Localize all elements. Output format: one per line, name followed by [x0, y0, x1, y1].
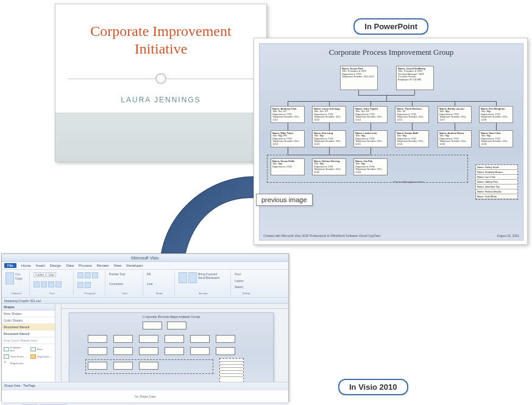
- connector: [496, 123, 497, 130]
- employee-box-icon: [4, 347, 9, 351]
- mini-org-box[interactable]: [88, 335, 107, 343]
- mini-org-box[interactable]: [216, 347, 235, 355]
- fill-button[interactable]: Fill: [147, 272, 151, 276]
- org-field: Telephone Number: 555-1216: [314, 168, 344, 174]
- team-member: Name: Dorley Smith: [476, 165, 517, 170]
- stencil-item-registration[interactable]: +Registration: [4, 361, 26, 365]
- connector: [329, 101, 330, 106]
- align-right-icon[interactable]: [92, 272, 98, 278]
- ribbon-tab-file[interactable]: File: [4, 263, 16, 268]
- more-shapes-link[interactable]: More Shapes: [2, 311, 55, 317]
- send-backward-button[interactable]: Send Backward: [198, 276, 219, 280]
- connector: [329, 123, 330, 130]
- copy-button[interactable]: Copy: [15, 276, 23, 280]
- org-box-exec: Name: Susan Fine Title: President & CEO …: [340, 66, 378, 90]
- connector: [329, 147, 330, 155]
- slide-author: LAURA JENNINGS: [55, 96, 266, 104]
- ruler-horizontal: [62, 304, 288, 309]
- layers-button[interactable]: Layers: [235, 279, 244, 283]
- mini-org-box[interactable]: [143, 322, 162, 329]
- ribbon-tab-developer[interactable]: Developer: [126, 264, 143, 267]
- connector: [414, 90, 415, 95]
- slide-bottom-bar: [55, 113, 266, 161]
- indent-icon[interactable]: [85, 282, 91, 288]
- connector-tool-button[interactable]: Connector: [109, 282, 123, 286]
- align-left-icon[interactable]: [77, 272, 83, 278]
- mini-org-box[interactable]: [139, 362, 158, 370]
- document-title: Marketing Graphic 001.vsd: [4, 299, 41, 303]
- connector: [288, 123, 288, 130]
- org-field: Telephone Number: 555-1212: [342, 76, 376, 78]
- org-field: Telephone Number: 555-1218: [481, 140, 511, 146]
- mini-org-box[interactable]: [88, 362, 107, 370]
- find-button[interactable]: Find: [235, 272, 241, 276]
- underline-icon[interactable]: [48, 281, 54, 287]
- ribbon-tab-data[interactable]: Data: [66, 264, 74, 267]
- position-icon[interactable]: [188, 272, 197, 283]
- slide-title-line2: Initiative: [135, 41, 188, 57]
- mini-org-box[interactable]: [88, 347, 107, 355]
- org-box: Name: Ashley Larson Title: Mgr. Departme…: [438, 106, 472, 123]
- mini-org-box[interactable]: [190, 347, 210, 355]
- org-field: Telephone Number: 555-1218: [481, 116, 511, 121]
- shapes-pane-header: Shapes: [2, 304, 55, 311]
- mini-org-box[interactable]: [113, 335, 133, 343]
- mini-org-box[interactable]: [165, 335, 184, 343]
- bold-icon[interactable]: [34, 281, 40, 287]
- org-field: Telephone Number: 555-1216: [355, 168, 386, 174]
- ribbon-tab-review[interactable]: Review: [97, 264, 109, 267]
- font-select[interactable]: Calibri: [34, 272, 46, 277]
- mini-org-box[interactable]: [216, 335, 235, 343]
- line-button[interactable]: Line: [147, 282, 152, 286]
- visio-titlebar: Microsoft Visio: [2, 254, 288, 262]
- slide-title-line1: Corporate Improvement: [90, 23, 231, 39]
- shape-data-header[interactable]: Shape Data - ThePage: [2, 382, 288, 390]
- stencil-item-flow[interactable]: Flow: [30, 346, 52, 352]
- bullets-icon[interactable]: [77, 282, 83, 288]
- pointer-tool-button[interactable]: Pointer Tool: [109, 272, 125, 276]
- align-center-icon[interactable]: [85, 272, 91, 278]
- stencil-item-orgconnect[interactable]: OrgConnec…: [30, 354, 52, 359]
- select-button[interactable]: Select: [235, 285, 243, 289]
- italic-icon[interactable]: [41, 281, 47, 287]
- mini-org-box[interactable]: [139, 347, 158, 355]
- font-size-select[interactable]: 12pt: [46, 272, 56, 277]
- org-field: Telephone Number: 555-1215: [397, 116, 427, 121]
- quick-shapes-link[interactable]: Quick Shapes: [2, 317, 55, 324]
- org-box: Name: Eva Lang Title: Mgr. Department: 2…: [312, 130, 346, 147]
- paste-icon[interactable]: [5, 272, 14, 284]
- canvas-area[interactable]: Corporate Process Improvement Group: [55, 304, 288, 382]
- org-box: Name: Suzan Erdle Title: Mgr. Department…: [271, 158, 305, 175]
- mini-org-box[interactable]: [139, 335, 158, 343]
- mini-org-box[interactable]: [165, 347, 184, 355]
- mini-team-list[interactable]: [219, 358, 244, 382]
- document-stencil-link[interactable]: Document Stencil: [2, 324, 55, 331]
- drawing-page[interactable]: Corporate Process Improvement Group: [69, 312, 274, 382]
- ribbon-tab-insert[interactable]: Insert: [36, 264, 45, 267]
- ribbon-group-arrange: Bring Forward Send Backward Arrange: [176, 271, 231, 296]
- mini-org-box[interactable]: [167, 322, 186, 329]
- flow-icon: [30, 347, 36, 351]
- previous-image-tooltip: previous image: [256, 194, 313, 206]
- mini-org-box[interactable]: [113, 347, 133, 355]
- ribbon-tab-process[interactable]: Process: [79, 264, 92, 267]
- font-color-icon[interactable]: [55, 281, 62, 287]
- org-field: Telephone Number: 555-1213: [397, 140, 427, 146]
- org-field: Telephone Number: 555-1212: [272, 116, 303, 121]
- auto-align-icon[interactable]: [179, 272, 187, 283]
- mini-org-box[interactable]: [190, 335, 210, 343]
- cut-button[interactable]: Cut: [15, 272, 23, 276]
- slide-divider: [55, 72, 266, 86]
- ruler-vertical: [55, 304, 62, 382]
- stencil-item-employee-box[interactable]: Employee Box: [4, 346, 26, 352]
- stencil-item-team-frame[interactable]: Team Frame: [4, 354, 26, 359]
- org-field: Employee ID: C0-985: [398, 79, 432, 81]
- mini-org-box[interactable]: [113, 362, 133, 370]
- orgchart-footer-right: August 22, 2011: [497, 234, 519, 238]
- org-box: Name: Mike Tiano Title: Mgr./PR Departme…: [271, 130, 305, 147]
- ribbon-tab-home[interactable]: Home: [21, 264, 31, 267]
- ribbon-tab-design[interactable]: Design: [50, 264, 62, 267]
- ribbon-tab-view[interactable]: View: [113, 264, 121, 267]
- team-member: Name: Jonathan Yau: [476, 185, 517, 189]
- org-field: Telephone Number: 555-1213: [314, 116, 344, 121]
